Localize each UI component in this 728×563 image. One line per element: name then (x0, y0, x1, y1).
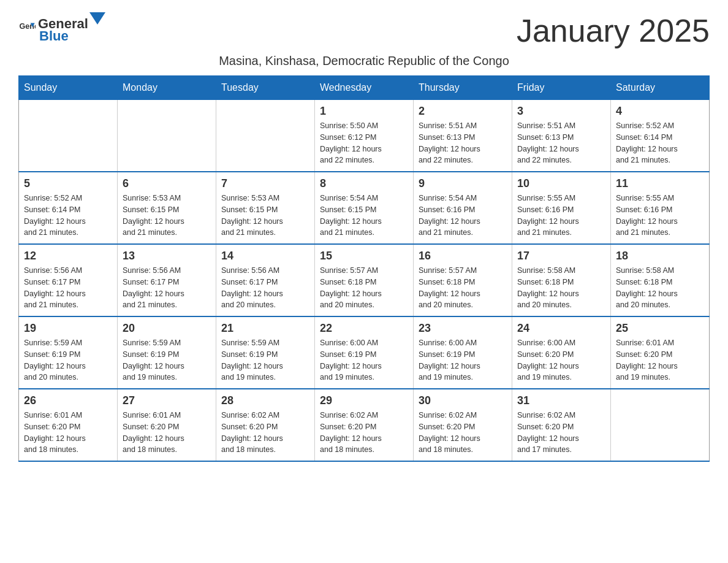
day-info: Sunrise: 5:56 AM Sunset: 6:17 PM Dayligh… (24, 265, 112, 311)
calendar-cell: 25Sunrise: 6:01 AM Sunset: 6:20 PM Dayli… (611, 316, 710, 389)
day-number: 8 (320, 177, 408, 190)
day-number: 15 (320, 250, 408, 262)
calendar-cell: 10Sunrise: 5:55 AM Sunset: 6:16 PM Dayli… (512, 172, 611, 244)
day-info: Sunrise: 5:56 AM Sunset: 6:17 PM Dayligh… (221, 265, 309, 311)
calendar-cell: 7Sunrise: 5:53 AM Sunset: 6:15 PM Daylig… (216, 172, 315, 244)
day-info: Sunrise: 5:55 AM Sunset: 6:16 PM Dayligh… (517, 193, 605, 239)
day-info: Sunrise: 6:01 AM Sunset: 6:20 PM Dayligh… (616, 337, 704, 383)
day-number: 28 (221, 394, 309, 407)
day-number: 24 (517, 322, 605, 335)
day-number: 16 (419, 250, 507, 262)
day-number: 26 (24, 394, 112, 407)
day-number: 23 (419, 322, 507, 335)
logo-text-blue: Blue (39, 28, 69, 44)
day-info: Sunrise: 6:02 AM Sunset: 6:20 PM Dayligh… (320, 410, 408, 456)
day-info: Sunrise: 5:59 AM Sunset: 6:19 PM Dayligh… (221, 337, 309, 383)
day-info: Sunrise: 5:53 AM Sunset: 6:15 PM Dayligh… (221, 193, 309, 239)
calendar-cell: 6Sunrise: 5:53 AM Sunset: 6:15 PM Daylig… (118, 172, 216, 244)
weekday-header-friday: Friday (512, 76, 611, 100)
logo-icon: General (18, 20, 36, 37)
calendar-cell (118, 100, 216, 172)
calendar-week-row: 19Sunrise: 5:59 AM Sunset: 6:19 PM Dayli… (19, 316, 710, 389)
day-info: Sunrise: 5:56 AM Sunset: 6:17 PM Dayligh… (123, 265, 211, 311)
calendar-cell (19, 100, 118, 172)
calendar-cell: 1Sunrise: 5:50 AM Sunset: 6:12 PM Daylig… (315, 100, 414, 172)
weekday-header-saturday: Saturday (611, 76, 710, 100)
calendar-cell: 22Sunrise: 6:00 AM Sunset: 6:19 PM Dayli… (315, 316, 414, 389)
day-info: Sunrise: 5:50 AM Sunset: 6:12 PM Dayligh… (320, 120, 408, 166)
calendar-cell: 17Sunrise: 5:58 AM Sunset: 6:18 PM Dayli… (512, 244, 611, 316)
day-number: 9 (419, 177, 507, 190)
calendar-cell: 12Sunrise: 5:56 AM Sunset: 6:17 PM Dayli… (19, 244, 118, 316)
day-number: 2 (419, 105, 507, 118)
day-number: 11 (616, 177, 704, 190)
day-number: 10 (517, 177, 605, 190)
logo-triangle-icon (89, 12, 105, 28)
weekday-header-monday: Monday (118, 76, 216, 100)
day-info: Sunrise: 5:51 AM Sunset: 6:13 PM Dayligh… (419, 120, 507, 166)
weekday-header-wednesday: Wednesday (315, 76, 414, 100)
calendar-cell: 13Sunrise: 5:56 AM Sunset: 6:17 PM Dayli… (118, 244, 216, 316)
day-number: 14 (221, 250, 309, 262)
calendar-cell: 29Sunrise: 6:02 AM Sunset: 6:20 PM Dayli… (315, 389, 414, 461)
day-number: 6 (123, 177, 211, 190)
calendar-week-row: 5Sunrise: 5:52 AM Sunset: 6:14 PM Daylig… (19, 172, 710, 244)
calendar-cell: 28Sunrise: 6:02 AM Sunset: 6:20 PM Dayli… (216, 389, 315, 461)
day-info: Sunrise: 6:02 AM Sunset: 6:20 PM Dayligh… (419, 410, 507, 456)
day-info: Sunrise: 6:01 AM Sunset: 6:20 PM Dayligh… (123, 410, 211, 456)
calendar-cell: 20Sunrise: 5:59 AM Sunset: 6:19 PM Dayli… (118, 316, 216, 389)
day-number: 4 (616, 105, 704, 118)
calendar-table: SundayMondayTuesdayWednesdayThursdayFrid… (18, 75, 710, 462)
day-number: 21 (221, 322, 309, 335)
calendar-cell: 11Sunrise: 5:55 AM Sunset: 6:16 PM Dayli… (611, 172, 710, 244)
day-number: 12 (24, 250, 112, 262)
calendar-cell: 8Sunrise: 5:54 AM Sunset: 6:15 PM Daylig… (315, 172, 414, 244)
day-info: Sunrise: 5:59 AM Sunset: 6:19 PM Dayligh… (24, 337, 112, 383)
day-info: Sunrise: 6:02 AM Sunset: 6:20 PM Dayligh… (517, 410, 605, 456)
day-info: Sunrise: 5:54 AM Sunset: 6:15 PM Dayligh… (320, 193, 408, 239)
day-number: 29 (320, 394, 408, 407)
day-number: 5 (24, 177, 112, 190)
calendar-cell: 31Sunrise: 6:02 AM Sunset: 6:20 PM Dayli… (512, 389, 611, 461)
day-number: 27 (123, 394, 211, 407)
day-number: 13 (123, 250, 211, 262)
day-info: Sunrise: 5:59 AM Sunset: 6:19 PM Dayligh… (123, 337, 211, 383)
day-number: 1 (320, 105, 408, 118)
page-header: General General Blue January 2025 (18, 12, 710, 49)
calendar-week-row: 12Sunrise: 5:56 AM Sunset: 6:17 PM Dayli… (19, 244, 710, 316)
location-title: Masina, Kinshasa, Democratic Republic of… (18, 54, 710, 68)
calendar-cell: 24Sunrise: 6:00 AM Sunset: 6:20 PM Dayli… (512, 316, 611, 389)
calendar-cell: 23Sunrise: 6:00 AM Sunset: 6:19 PM Dayli… (414, 316, 512, 389)
calendar-week-row: 1Sunrise: 5:50 AM Sunset: 6:12 PM Daylig… (19, 100, 710, 172)
calendar-cell: 4Sunrise: 5:52 AM Sunset: 6:14 PM Daylig… (611, 100, 710, 172)
day-number: 17 (517, 250, 605, 262)
day-number: 25 (616, 322, 704, 335)
calendar-cell (216, 100, 315, 172)
day-number: 18 (616, 250, 704, 262)
day-number: 30 (419, 394, 507, 407)
day-info: Sunrise: 6:01 AM Sunset: 6:20 PM Dayligh… (24, 410, 112, 456)
day-number: 7 (221, 177, 309, 190)
calendar-cell: 2Sunrise: 5:51 AM Sunset: 6:13 PM Daylig… (414, 100, 512, 172)
day-info: Sunrise: 6:00 AM Sunset: 6:19 PM Dayligh… (419, 337, 507, 383)
weekday-header-tuesday: Tuesday (216, 76, 315, 100)
day-info: Sunrise: 6:00 AM Sunset: 6:19 PM Dayligh… (320, 337, 408, 383)
day-number: 22 (320, 322, 408, 335)
day-info: Sunrise: 5:52 AM Sunset: 6:14 PM Dayligh… (24, 193, 112, 239)
calendar-cell: 14Sunrise: 5:56 AM Sunset: 6:17 PM Dayli… (216, 244, 315, 316)
calendar-cell: 19Sunrise: 5:59 AM Sunset: 6:19 PM Dayli… (19, 316, 118, 389)
calendar-cell: 30Sunrise: 6:02 AM Sunset: 6:20 PM Dayli… (414, 389, 512, 461)
weekday-header-sunday: Sunday (19, 76, 118, 100)
day-info: Sunrise: 6:02 AM Sunset: 6:20 PM Dayligh… (221, 410, 309, 456)
day-info: Sunrise: 5:51 AM Sunset: 6:13 PM Dayligh… (517, 120, 605, 166)
svg-marker-2 (89, 12, 105, 25)
day-info: Sunrise: 5:54 AM Sunset: 6:16 PM Dayligh… (419, 193, 507, 239)
day-number: 31 (517, 394, 605, 407)
day-number: 20 (123, 322, 211, 335)
calendar-cell: 5Sunrise: 5:52 AM Sunset: 6:14 PM Daylig… (19, 172, 118, 244)
calendar-cell: 9Sunrise: 5:54 AM Sunset: 6:16 PM Daylig… (414, 172, 512, 244)
day-info: Sunrise: 5:58 AM Sunset: 6:18 PM Dayligh… (616, 265, 704, 311)
day-info: Sunrise: 5:52 AM Sunset: 6:14 PM Dayligh… (616, 120, 704, 166)
day-info: Sunrise: 5:57 AM Sunset: 6:18 PM Dayligh… (320, 265, 408, 311)
day-info: Sunrise: 5:53 AM Sunset: 6:15 PM Dayligh… (123, 193, 211, 239)
